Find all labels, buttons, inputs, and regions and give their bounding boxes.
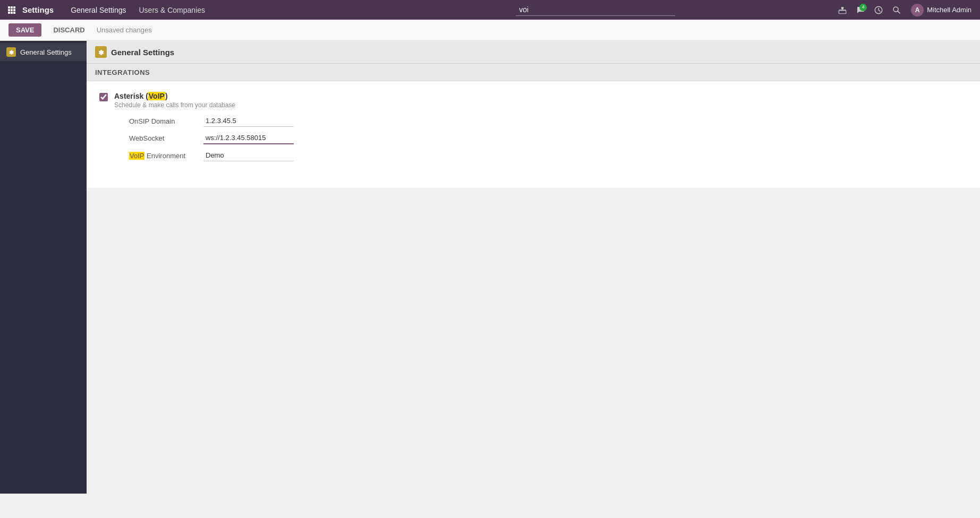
asterisk-integration-item: Asterisk (VoIP) Schedule & make calls fr… bbox=[99, 92, 967, 167]
clock-icon-btn[interactable] bbox=[871, 2, 887, 18]
voip-environment-row: VoIP Environment bbox=[129, 150, 294, 161]
topbar-nav: General Settings Users & Companies bbox=[64, 0, 516, 20]
voip-environment-label: VoIP Environment bbox=[129, 152, 203, 160]
nav-general-settings[interactable]: General Settings bbox=[64, 0, 132, 20]
svg-line-15 bbox=[898, 11, 900, 13]
asterisk-info: Asterisk (VoIP) Schedule & make calls fr… bbox=[114, 92, 294, 167]
svg-rect-0 bbox=[8, 6, 10, 8]
svg-rect-4 bbox=[11, 9, 13, 11]
action-bar: SAVE DISCARD Unsaved changes bbox=[0, 20, 980, 41]
voip-label-highlight: VoIP bbox=[129, 152, 144, 160]
user-menu[interactable]: A Mitchell Admin bbox=[907, 0, 976, 20]
websocket-label: WebSocket bbox=[129, 134, 203, 142]
sidebar-general-settings-label: General Settings bbox=[20, 48, 72, 56]
search-container bbox=[516, 4, 834, 16]
svg-line-13 bbox=[879, 10, 880, 11]
websocket-input[interactable] bbox=[203, 132, 294, 144]
search-input[interactable] bbox=[516, 4, 675, 16]
nav-users-companies[interactable]: Users & Companies bbox=[132, 0, 211, 20]
unsaved-changes-label: Unsaved changes bbox=[97, 26, 152, 34]
topbar: Settings General Settings Users & Compan… bbox=[0, 0, 980, 20]
gear-icon bbox=[6, 47, 16, 57]
integrations-section-header: Integrations bbox=[87, 64, 980, 81]
section-header: General Settings bbox=[87, 41, 980, 64]
avatar: A bbox=[911, 4, 924, 16]
section-header-title: General Settings bbox=[111, 48, 174, 57]
asterisk-checkbox-wrapper[interactable] bbox=[99, 93, 108, 103]
section-header-icon bbox=[95, 46, 107, 58]
content-area: General Settings Integrations Asterisk (… bbox=[87, 41, 980, 494]
apps-menu-icon[interactable] bbox=[4, 3, 19, 18]
svg-rect-2 bbox=[13, 6, 15, 8]
topbar-search-icon-btn[interactable] bbox=[889, 2, 905, 18]
save-button[interactable]: SAVE bbox=[8, 23, 41, 37]
main-layout: General Settings General Settings Integr… bbox=[0, 41, 980, 494]
asterisk-checkbox[interactable] bbox=[99, 93, 108, 101]
websocket-row: WebSocket bbox=[129, 132, 294, 144]
onsip-domain-row: OnSIP Domain bbox=[129, 115, 294, 127]
onsip-domain-label: OnSIP Domain bbox=[129, 117, 203, 125]
sidebar-item-general-settings[interactable]: General Settings bbox=[0, 43, 87, 61]
voip-highlight: VoIP bbox=[148, 92, 165, 100]
asterisk-form-fields: OnSIP Domain WebSocket VoIP Environment bbox=[129, 115, 294, 161]
gift-icon-btn[interactable] bbox=[834, 2, 850, 18]
svg-rect-3 bbox=[8, 9, 10, 11]
svg-rect-8 bbox=[13, 12, 15, 14]
user-name: Mitchell Admin bbox=[927, 6, 972, 14]
asterisk-name: Asterisk (VoIP) bbox=[114, 92, 294, 100]
svg-rect-7 bbox=[11, 12, 13, 14]
svg-rect-6 bbox=[8, 12, 10, 14]
onsip-domain-input[interactable] bbox=[203, 115, 294, 127]
chat-badge: 4 bbox=[859, 4, 867, 11]
asterisk-description: Schedule & make calls from your database bbox=[114, 101, 294, 109]
discard-button[interactable]: DISCARD bbox=[46, 23, 92, 37]
voip-environment-input[interactable] bbox=[203, 150, 294, 161]
chat-icon-btn[interactable]: 4 bbox=[853, 2, 868, 18]
topbar-right: 4 A Mitchell Admin bbox=[834, 0, 976, 20]
sidebar: General Settings bbox=[0, 41, 87, 494]
svg-rect-10 bbox=[839, 10, 846, 13]
integrations-title: Integrations bbox=[95, 68, 150, 76]
settings-content: Asterisk (VoIP) Schedule & make calls fr… bbox=[87, 81, 980, 188]
svg-rect-1 bbox=[11, 6, 13, 8]
app-title: Settings bbox=[22, 5, 54, 14]
svg-rect-5 bbox=[13, 9, 15, 11]
